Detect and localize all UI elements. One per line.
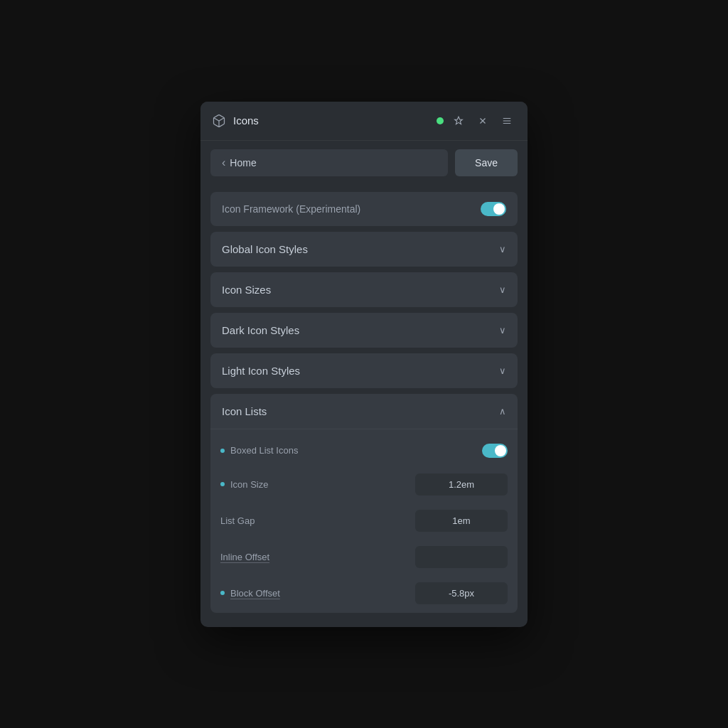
inline-offset-label: Inline Offset — [220, 552, 269, 562]
block-offset-row: Block Offset — [210, 577, 518, 610]
boxed-list-icons-label: Boxed List Icons — [220, 445, 298, 456]
icon-sizes-section: Icon Sizes ∨ — [210, 272, 518, 307]
boxed-list-icons-dot — [220, 449, 225, 453]
block-offset-label: Block Offset — [220, 588, 280, 599]
cube-icon — [212, 114, 226, 128]
header-actions — [437, 112, 516, 130]
block-offset-text: Block Offset — [230, 588, 280, 599]
pin-button[interactable] — [449, 112, 468, 130]
inline-offset-text: Inline Offset — [220, 552, 269, 562]
home-button[interactable]: ‹ Home — [210, 149, 448, 176]
icon-size-label: Icon Size — [220, 479, 268, 490]
list-gap-text: List Gap — [220, 515, 255, 526]
icon-size-input[interactable] — [415, 473, 508, 496]
list-gap-label: List Gap — [220, 515, 255, 526]
back-arrow-icon: ‹ — [222, 156, 225, 169]
navigation-bar: ‹ Home Save — [200, 141, 528, 185]
panel-header: Icons — [200, 102, 528, 141]
inline-offset-input[interactable] — [415, 546, 508, 568]
icon-size-dot — [220, 482, 225, 486]
icon-sizes-chevron: ∨ — [499, 284, 506, 295]
light-icon-styles-header[interactable]: Light Icon Styles ∨ — [210, 353, 518, 388]
icon-lists-content: Boxed List Icons Icon Size List Gap — [210, 429, 518, 613]
block-offset-dot — [220, 591, 225, 595]
menu-button[interactable] — [498, 112, 516, 130]
light-icon-styles-section: Light Icon Styles ∨ — [210, 353, 518, 388]
global-icon-styles-section: Global Icon Styles ∨ — [210, 232, 518, 267]
icon-sizes-title: Icon Sizes — [222, 284, 271, 296]
block-offset-input[interactable] — [415, 582, 508, 604]
global-icon-styles-chevron: ∨ — [499, 244, 506, 255]
icon-framework-row: Icon Framework (Experimental) — [210, 192, 518, 226]
list-gap-input[interactable] — [415, 510, 508, 532]
boxed-list-icons-toggle[interactable] — [482, 444, 508, 458]
icon-lists-section: Icon Lists ∧ Boxed List Icons — [210, 394, 518, 613]
list-gap-row: List Gap — [210, 504, 518, 537]
close-button[interactable] — [473, 112, 492, 130]
global-icon-styles-title: Global Icon Styles — [222, 243, 308, 255]
save-button[interactable]: Save — [455, 149, 518, 176]
icon-lists-title: Icon Lists — [222, 405, 267, 417]
dark-icon-styles-section: Dark Icon Styles ∨ — [210, 313, 518, 348]
panel-title: Icons — [233, 114, 437, 127]
home-label: Home — [230, 157, 256, 168]
dark-icon-styles-header[interactable]: Dark Icon Styles ∨ — [210, 313, 518, 348]
icon-framework-label: Icon Framework (Experimental) — [222, 203, 360, 215]
icon-framework-toggle[interactable] — [481, 202, 506, 216]
main-panel: Icons — [200, 102, 528, 627]
icon-sizes-header[interactable]: Icon Sizes ∨ — [210, 272, 518, 307]
panel-body: Icon Framework (Experimental) Global Ico… — [200, 185, 528, 627]
light-icon-styles-title: Light Icon Styles — [222, 365, 300, 377]
status-indicator — [437, 117, 444, 124]
icon-lists-header[interactable]: Icon Lists ∧ — [210, 394, 518, 429]
dark-icon-styles-title: Dark Icon Styles — [222, 324, 299, 336]
global-icon-styles-header[interactable]: Global Icon Styles ∨ — [210, 232, 518, 267]
dark-icon-styles-chevron: ∨ — [499, 325, 506, 336]
icon-size-text: Icon Size — [230, 479, 268, 490]
icon-size-row: Icon Size — [210, 468, 518, 501]
inline-offset-row: Inline Offset — [210, 540, 518, 574]
light-icon-styles-chevron: ∨ — [499, 365, 506, 376]
icon-lists-chevron: ∧ — [499, 406, 506, 417]
boxed-list-icons-row: Boxed List Icons — [210, 438, 518, 465]
boxed-list-icons-text: Boxed List Icons — [230, 445, 298, 456]
